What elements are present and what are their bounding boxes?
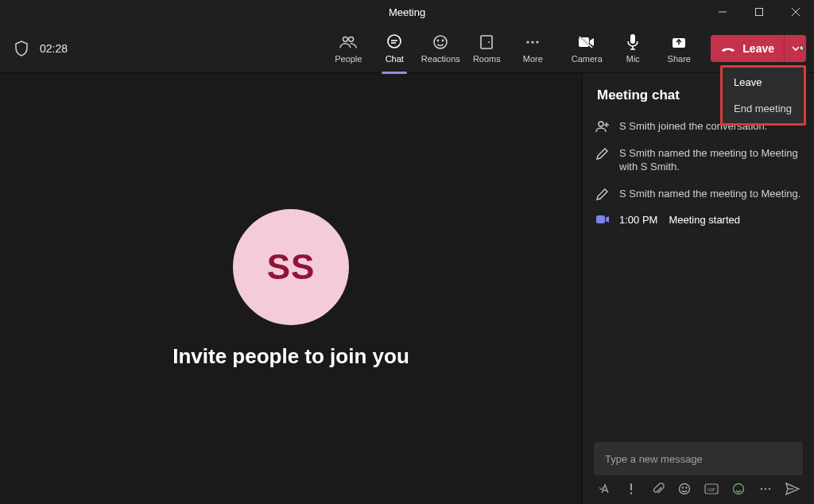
leave-label: Leave xyxy=(742,42,774,55)
compose-more-icon[interactable] xyxy=(758,482,773,496)
invite-prompt: Invite people to join you xyxy=(172,344,409,369)
svg-point-10 xyxy=(438,40,439,41)
svg-point-30 xyxy=(680,484,690,494)
tab-label: Chat xyxy=(386,54,404,64)
leave-dropdown-button[interactable] xyxy=(784,35,806,62)
participant-avatar: SS xyxy=(233,209,349,325)
close-button[interactable] xyxy=(777,0,814,24)
svg-point-15 xyxy=(532,41,534,43)
chat-event-text: S Smith named the meeting to Meeting. xyxy=(619,187,800,201)
camera-button[interactable]: Camera xyxy=(564,33,609,64)
chat-event: 1:00 PMMeeting started xyxy=(595,207,801,234)
tab-more[interactable]: More xyxy=(510,33,555,64)
mouse-cursor-icon xyxy=(799,45,806,52)
svg-rect-1 xyxy=(756,9,763,16)
people-icon xyxy=(339,33,357,51)
leave-menu: Leave End meeting xyxy=(720,65,806,126)
control-label: Share xyxy=(668,54,691,64)
svg-point-38 xyxy=(769,488,770,490)
svg-point-37 xyxy=(765,488,766,490)
send-button[interactable] xyxy=(785,482,800,496)
chat-log: S Smith joined the conversation. S Smith… xyxy=(583,113,814,432)
tab-chat[interactable]: Chat xyxy=(372,33,417,64)
svg-point-32 xyxy=(686,487,687,488)
share-icon xyxy=(670,33,688,51)
svg-point-35 xyxy=(734,484,744,494)
priority-icon[interactable] xyxy=(624,482,638,496)
more-icon xyxy=(524,33,541,51)
window-controls xyxy=(704,0,814,24)
tab-reactions[interactable]: Reactions xyxy=(418,33,463,64)
minimize-button[interactable] xyxy=(704,0,741,24)
svg-rect-20 xyxy=(630,34,635,44)
svg-point-5 xyxy=(349,37,354,41)
tab-people[interactable]: People xyxy=(326,33,370,64)
tab-label: Reactions xyxy=(421,54,460,64)
pencil-icon xyxy=(595,187,610,201)
pencil-icon xyxy=(595,146,610,174)
svg-point-31 xyxy=(683,487,684,488)
sticker-icon[interactable] xyxy=(731,482,746,496)
compose-toolbar: GIF xyxy=(583,482,814,504)
svg-point-6 xyxy=(388,35,401,48)
svg-point-13 xyxy=(488,41,490,43)
chat-event-text: S Smith named the meeting to Meeting wit… xyxy=(619,146,801,174)
chat-event: S Smith named the meeting to Meeting wit… xyxy=(595,140,801,180)
svg-point-36 xyxy=(761,488,762,490)
person-add-icon xyxy=(595,119,610,134)
svg-rect-27 xyxy=(596,215,605,223)
svg-point-4 xyxy=(343,37,348,41)
privacy-shield-icon[interactable] xyxy=(8,41,35,56)
reactions-icon xyxy=(432,33,449,51)
chevron-down-icon xyxy=(792,45,800,52)
svg-rect-17 xyxy=(579,37,589,47)
chat-event-text: Meeting started xyxy=(669,213,740,227)
meeting-stage: SS Invite people to join you xyxy=(0,73,582,504)
svg-point-24 xyxy=(599,122,603,126)
leave-menu-end[interactable]: End meeting xyxy=(723,95,804,122)
control-label: Camera xyxy=(572,54,603,64)
rooms-icon xyxy=(478,33,495,51)
leave-menu-leave[interactable]: Leave xyxy=(723,69,804,95)
tab-label: People xyxy=(335,54,362,64)
mic-icon xyxy=(624,33,642,51)
svg-text:GIF: GIF xyxy=(707,487,715,492)
gif-icon[interactable]: GIF xyxy=(704,482,719,496)
chat-icon xyxy=(386,33,403,51)
chat-panel: Meeting chat S Smith joined the conversa… xyxy=(582,73,814,504)
svg-point-29 xyxy=(630,492,632,494)
message-input[interactable] xyxy=(605,453,792,465)
tab-label: More xyxy=(523,54,543,64)
tab-rooms[interactable]: Rooms xyxy=(464,33,509,64)
attach-icon[interactable] xyxy=(651,482,665,496)
svg-rect-12 xyxy=(481,36,492,48)
camera-off-icon xyxy=(578,33,595,51)
hangup-icon xyxy=(720,43,736,54)
maximize-button[interactable] xyxy=(741,0,777,24)
video-icon xyxy=(595,213,610,227)
svg-point-11 xyxy=(443,40,444,41)
tab-label: Rooms xyxy=(473,54,501,64)
elapsed-time: 02:28 xyxy=(40,42,68,55)
compose-box[interactable] xyxy=(594,442,803,475)
svg-point-14 xyxy=(527,41,529,43)
svg-rect-28 xyxy=(630,483,632,490)
share-button[interactable]: Share xyxy=(657,33,701,64)
window-title: Meeting xyxy=(389,6,425,18)
format-icon[interactable] xyxy=(597,482,611,496)
svg-point-9 xyxy=(434,36,447,48)
control-label: Mic xyxy=(626,54,640,64)
svg-point-16 xyxy=(537,41,539,43)
chat-event: S Smith named the meeting to Meeting. xyxy=(595,180,801,207)
chat-event-time: 1:00 PM xyxy=(619,213,657,227)
emoji-icon[interactable] xyxy=(677,482,692,496)
mic-button[interactable]: Mic xyxy=(610,33,655,64)
leave-button[interactable]: Leave xyxy=(711,35,806,62)
